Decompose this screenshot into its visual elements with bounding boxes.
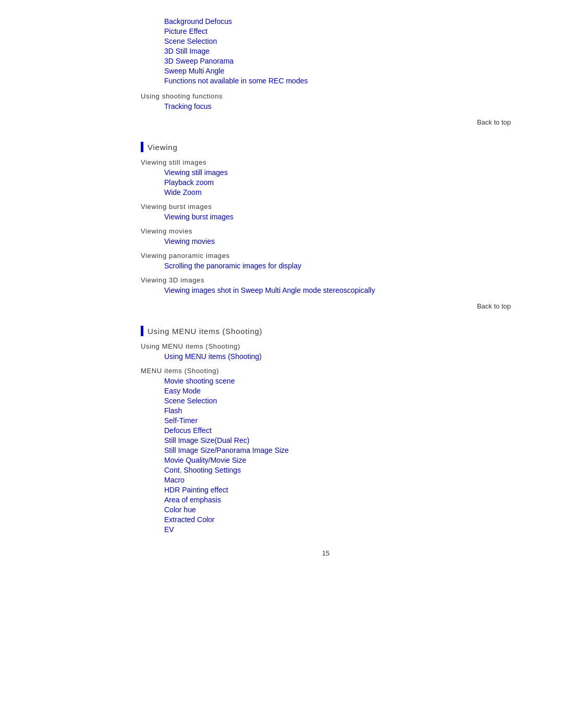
link-flash[interactable]: Flash bbox=[164, 406, 511, 415]
link-viewing-still-images[interactable]: Viewing still images bbox=[164, 168, 511, 177]
link-picture-effect[interactable]: Picture Effect bbox=[164, 27, 511, 35]
menu-section-header: Using MENU items (Shooting) bbox=[141, 326, 511, 336]
using-shooting-section: Using shooting functions Tracking focus bbox=[141, 92, 511, 110]
top-links-group: Background Defocus Picture Effect Scene … bbox=[164, 17, 511, 85]
link-extracted-color[interactable]: Extracted Color bbox=[164, 515, 511, 524]
menu-section-title: Using MENU items (Shooting) bbox=[148, 327, 262, 336]
using-shooting-title: Using shooting functions bbox=[141, 92, 511, 100]
link-hdr-painting-effect[interactable]: HDR Painting effect bbox=[164, 486, 511, 494]
link-color-hue[interactable]: Color hue bbox=[164, 505, 511, 514]
viewing-still-images-title: Viewing still images bbox=[141, 158, 511, 166]
link-3d-still-image[interactable]: 3D Still Image bbox=[164, 47, 511, 55]
link-viewing-movies[interactable]: Viewing movies bbox=[164, 237, 511, 245]
link-sweep-multi-angle[interactable]: Sweep Multi Angle bbox=[164, 67, 511, 75]
link-movie-shooting-scene[interactable]: Movie shooting scene bbox=[164, 377, 511, 385]
link-scene-selection[interactable]: Scene Selection bbox=[164, 397, 511, 405]
content-area: Background Defocus Picture Effect Scene … bbox=[141, 10, 511, 557]
viewing-blue-bar bbox=[141, 142, 143, 152]
menu-items-links: Movie shooting scene Easy Mode Scene Sel… bbox=[164, 377, 511, 534]
viewing-movies-links: Viewing movies bbox=[164, 237, 511, 245]
viewing-panoramic-links: Scrolling the panoramic images for displ… bbox=[164, 262, 511, 270]
viewing-movies-title: Viewing movies bbox=[141, 227, 511, 235]
link-viewing-images-sweep[interactable]: Viewing images shot in Sweep Multi Angle… bbox=[164, 286, 511, 294]
viewing-burst-images-title: Viewing burst images bbox=[141, 203, 511, 211]
link-still-image-size-dual-rec[interactable]: Still Image Size(Dual Rec) bbox=[164, 436, 511, 445]
link-functions-not-available[interactable]: Functions not available in some REC mode… bbox=[164, 77, 511, 85]
menu-items-subsection-title: MENU items (Shooting) bbox=[141, 367, 511, 375]
link-3d-sweep-panorama[interactable]: 3D Sweep Panorama bbox=[164, 57, 511, 65]
using-menu-links: Using MENU items (Shooting) bbox=[164, 352, 511, 361]
link-cont-shooting-settings[interactable]: Cont. Shooting Settings bbox=[164, 466, 511, 474]
link-defocus-effect[interactable]: Defocus Effect bbox=[164, 426, 511, 435]
link-using-menu-items-shooting[interactable]: Using MENU items (Shooting) bbox=[164, 352, 511, 361]
using-shooting-links: Tracking focus bbox=[164, 102, 511, 110]
viewing-still-images-links: Viewing still images Playback zoom Wide … bbox=[164, 168, 511, 196]
menu-blue-bar bbox=[141, 326, 143, 336]
link-viewing-burst-images[interactable]: Viewing burst images bbox=[164, 213, 511, 221]
viewing-section-header: Viewing bbox=[141, 142, 511, 152]
link-self-timer[interactable]: Self-Timer bbox=[164, 416, 511, 425]
link-area-of-emphasis[interactable]: Area of emphasis bbox=[164, 496, 511, 504]
link-macro[interactable]: Macro bbox=[164, 476, 511, 484]
using-menu-subsection-title: Using MENU items (Shooting) bbox=[141, 342, 511, 350]
link-scrolling-panoramic[interactable]: Scrolling the panoramic images for displ… bbox=[164, 262, 511, 270]
link-wide-zoom[interactable]: Wide Zoom bbox=[164, 188, 511, 196]
link-background-defocus[interactable]: Background Defocus bbox=[164, 17, 511, 26]
link-still-image-size-panorama[interactable]: Still Image Size/Panorama Image Size bbox=[164, 446, 511, 454]
viewing-section-title: Viewing bbox=[148, 143, 178, 152]
page-number: 15 bbox=[141, 549, 511, 557]
back-to-top-2[interactable]: Back to top bbox=[141, 302, 511, 310]
link-playback-zoom[interactable]: Playback zoom bbox=[164, 178, 511, 187]
viewing-3d-title: Viewing 3D images bbox=[141, 276, 511, 284]
viewing-3d-links: Viewing images shot in Sweep Multi Angle… bbox=[164, 286, 511, 294]
link-easy-mode[interactable]: Easy Mode bbox=[164, 387, 511, 395]
link-tracking-focus[interactable]: Tracking focus bbox=[164, 102, 511, 110]
link-ev[interactable]: EV bbox=[164, 525, 511, 534]
link-scene-selection-top[interactable]: Scene Selection bbox=[164, 37, 511, 45]
viewing-burst-images-links: Viewing burst images bbox=[164, 213, 511, 221]
page-container: Background Defocus Picture Effect Scene … bbox=[0, 0, 563, 728]
link-movie-quality[interactable]: Movie Quality/Movie Size bbox=[164, 456, 511, 464]
viewing-panoramic-title: Viewing panoramic images bbox=[141, 252, 511, 260]
back-to-top-1[interactable]: Back to top bbox=[141, 118, 511, 126]
